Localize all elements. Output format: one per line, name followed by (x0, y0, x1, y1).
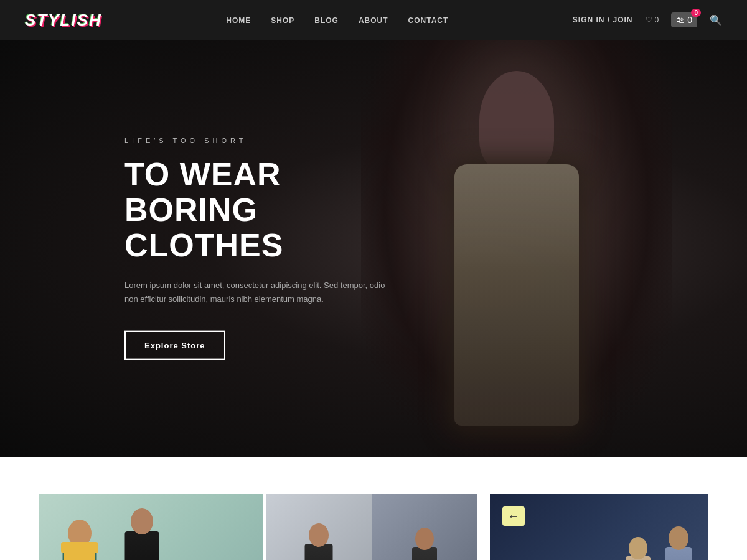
nav-link-blog[interactable]: BLOG (314, 16, 339, 25)
heart-icon: ♡ (646, 16, 652, 24)
mens-left-panel (266, 494, 372, 560)
mens-sitting-figure (300, 519, 337, 560)
man-figure (114, 513, 170, 560)
cart-badge: 0 (691, 9, 701, 17)
wishlist-button[interactable]: ♡ 0 (646, 16, 659, 24)
hero-title-line1: TO WEAR BORING (125, 156, 281, 228)
hero-title: TO WEAR BORING CLOTHES (125, 157, 386, 264)
hero-content: LIFE'S TOO SHORT TO WEAR BORING CLOTHES … (125, 137, 386, 360)
collections-section: Women's Collection Men's Collection (0, 457, 747, 560)
nav-link-contact[interactable]: CONTACT (408, 16, 449, 25)
explore-store-button[interactable]: Explore Store (125, 330, 225, 360)
mens-standing-figure (409, 525, 440, 560)
search-icon: 🔍 (710, 15, 722, 26)
nav-item-about[interactable]: ABOUT (359, 14, 388, 26)
womens-collection-card[interactable]: Women's Collection (39, 494, 263, 560)
sign-in-button[interactable]: SIGN IN / JOIN (573, 16, 633, 24)
couples-collection-card[interactable]: ← Couple's Collection (490, 494, 708, 560)
nav-item-contact[interactable]: CONTACT (408, 14, 449, 26)
hero-model-figure (361, 40, 672, 457)
mens-right-panel (372, 494, 477, 560)
nav-item-shop[interactable]: SHOP (271, 14, 294, 26)
nav-item-home[interactable]: HOME (226, 14, 251, 26)
woman-figure (52, 513, 108, 560)
nav-links: HOME SHOP BLOG ABOUT CONTACT (226, 14, 448, 26)
search-button[interactable]: 🔍 (710, 14, 722, 26)
cart-icon: 🛍 (676, 15, 685, 25)
couple-figure-2 (661, 528, 695, 560)
hero-title-line2: CLOTHES (125, 227, 283, 263)
cart-count: 0 (687, 15, 692, 25)
couple-figures (621, 528, 695, 560)
hero-section: LIFE'S TOO SHORT TO WEAR BORING CLOTHES … (0, 40, 747, 457)
couple-figure-1 (621, 538, 655, 560)
navbar: STYLISH HOME SHOP BLOG ABOUT CONTACT SIG… (0, 0, 747, 40)
nav-item-blog[interactable]: BLOG (314, 14, 339, 26)
nav-link-shop[interactable]: SHOP (271, 16, 294, 25)
couples-card-bg: ← (490, 494, 708, 560)
brand-logo[interactable]: STYLISH (25, 11, 102, 30)
wishlist-count: 0 (655, 16, 659, 24)
arrow-sign: ← (502, 506, 525, 526)
hero-subtitle: LIFE'S TOO SHORT (125, 137, 386, 144)
cart-button[interactable]: 🛍 0 0 (671, 12, 697, 27)
nav-link-about[interactable]: ABOUT (359, 16, 388, 25)
mens-collection-card[interactable]: Men's Collection (266, 494, 477, 560)
hero-description: Lorem ipsum dolor sit amet, consectetur … (125, 278, 386, 306)
navbar-right: SIGN IN / JOIN ♡ 0 🛍 0 0 🔍 (573, 12, 722, 27)
womens-card-bg (39, 494, 263, 560)
nav-link-home[interactable]: HOME (226, 16, 251, 25)
